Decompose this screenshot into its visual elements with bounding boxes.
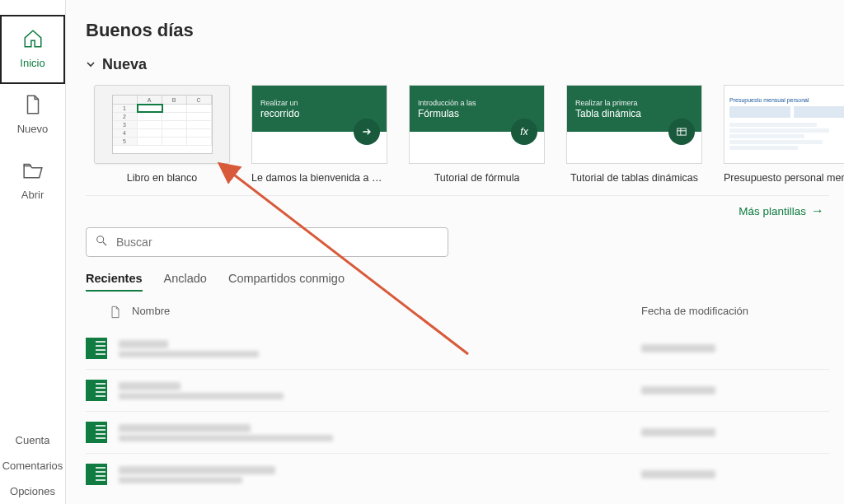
new-file-icon [22,94,44,118]
template-thumb-budget: Presupuesto mensual personal [724,85,844,164]
template-pivot-tutorial[interactable]: Realizar la primera Tabla dinámica Tutor… [566,85,702,184]
search-input[interactable] [116,236,439,249]
template-caption: Tutorial de tablas dinámicas [570,172,698,184]
chevron-down-icon [86,58,96,72]
search-icon [95,234,108,250]
template-thumb-blank: ABC 1 2 3 4 5 [94,85,230,164]
svg-rect-0 [678,128,687,135]
template-caption: Presupuesto personal mensual [724,172,844,184]
file-row[interactable] [86,453,829,495]
sidebar-item-new[interactable]: Nuevo [0,82,65,148]
sidebar-label-feedback: Comentarios [2,460,63,472]
file-row[interactable] [86,328,829,369]
open-folder-icon [22,160,44,184]
template-caption: Tutorial de fórmula [434,172,520,184]
template-thumb-tour: Realizar un recorrido [251,85,387,164]
file-list [86,328,829,495]
greeting-title: Buenos días [86,20,829,41]
file-list-headers: Nombre Fecha de modificación [86,305,829,328]
section-new-header[interactable]: Nueva [86,56,829,73]
template-welcome-tour[interactable]: Realizar un recorrido Le damos la bienve… [251,85,387,184]
table-icon [668,119,695,145]
template-thumb-formula: Introducción a las Fórmulas fx [409,85,545,164]
document-icon [109,305,132,320]
sidebar-label-home: Inicio [20,57,45,69]
column-header-date[interactable]: Fecha de modificación [641,305,823,320]
home-icon [22,28,44,52]
svg-point-1 [97,236,104,243]
templates-row: ABC 1 2 3 4 5 Libro en blanco Realizar u… [86,80,829,196]
file-tabs: Recientes Anclado Compartidos conmigo [86,272,829,292]
sidebar-item-options[interactable]: Opciones [0,478,65,504]
sidebar-item-account[interactable]: Cuenta [0,427,65,453]
template-blank-workbook[interactable]: ABC 1 2 3 4 5 Libro en blanco [94,85,230,184]
column-header-name[interactable]: Nombre [132,305,641,320]
sidebar-label-account: Cuenta [16,434,50,446]
file-row[interactable] [86,411,829,453]
template-formula-tutorial[interactable]: Introducción a las Fórmulas fx Tutorial … [409,85,545,184]
fx-icon: fx [511,119,537,145]
sidebar-label-open: Abrir [21,189,44,201]
more-templates-link[interactable]: Más plantillas → [738,204,824,217]
excel-file-icon [86,338,107,359]
template-caption: Le damos la bienvenida a Ex… [251,172,387,184]
sidebar: Inicio Nuevo Abrir Cuenta Comentarios Op… [0,0,66,504]
sidebar-item-feedback[interactable]: Comentarios [0,453,65,478]
more-templates-label: Más plantillas [738,205,806,217]
tab-recent[interactable]: Recientes [86,272,143,292]
arrow-right-icon [354,119,380,145]
template-personal-budget[interactable]: Presupuesto mensual personal Presupuesto… [724,85,844,184]
sidebar-item-home[interactable]: Inicio [0,15,65,84]
main-panel: Buenos días Nueva ABC 1 2 3 4 5 [66,0,844,504]
excel-file-icon [86,422,107,443]
template-caption: Libro en blanco [127,172,197,184]
tab-shared[interactable]: Compartidos conmigo [228,272,345,292]
template-thumb-pivot: Realizar la primera Tabla dinámica [566,85,702,164]
excel-file-icon [86,464,107,485]
arrow-right-icon: → [811,204,824,217]
section-new-title: Nueva [102,56,147,73]
file-row[interactable] [86,369,829,411]
tab-pinned[interactable]: Anclado [164,272,207,292]
excel-file-icon [86,380,107,401]
sidebar-label-options: Opciones [10,485,55,497]
sidebar-label-new: Nuevo [17,123,49,135]
sidebar-item-open[interactable]: Abrir [0,148,65,214]
search-box[interactable] [86,227,448,257]
